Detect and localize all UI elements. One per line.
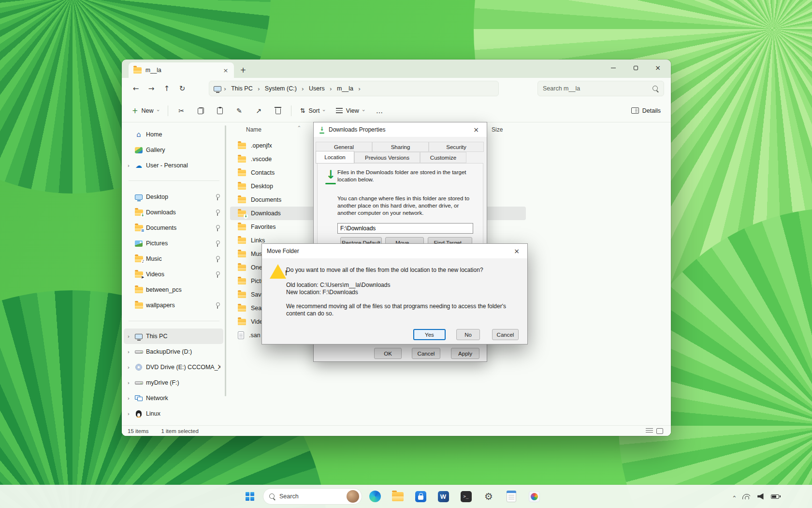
taskbar: Search W >_ ⚙ › bbox=[0, 485, 812, 508]
minimize-button[interactable] bbox=[602, 60, 624, 76]
location-intro-text: Files in the Downloads folder are stored… bbox=[337, 169, 469, 183]
sidebar-item-this-pc[interactable]: › This PC bbox=[124, 329, 223, 344]
share-button[interactable]: ↗ bbox=[250, 103, 267, 119]
breadcrumb-separator-icon[interactable]: › bbox=[357, 85, 362, 92]
sidebar-item-wallpapers[interactable]: wallpapers bbox=[124, 298, 223, 313]
tab-close-icon[interactable]: × bbox=[221, 66, 230, 75]
network-icon[interactable] bbox=[742, 494, 750, 499]
search-highlight-image bbox=[347, 490, 359, 503]
expand-chevron-icon[interactable]: › bbox=[126, 364, 131, 371]
sidebar-item-between-pcs[interactable]: between_pcs bbox=[124, 282, 223, 298]
tab-security[interactable]: Security bbox=[429, 142, 484, 152]
start-button[interactable] bbox=[240, 487, 260, 506]
view-button-label: View bbox=[346, 107, 359, 114]
chevron-down-icon: › bbox=[155, 109, 161, 111]
delete-button[interactable] bbox=[269, 103, 287, 119]
ok-button[interactable]: OK bbox=[374, 348, 402, 359]
breadcrumb-separator-icon[interactable]: › bbox=[223, 85, 227, 92]
location-input[interactable] bbox=[337, 223, 473, 234]
battery-icon[interactable] bbox=[771, 494, 779, 499]
expand-chevron-icon[interactable]: › bbox=[126, 380, 131, 386]
cancel-button[interactable]: Cancel bbox=[492, 329, 519, 340]
details-view-toggle[interactable] bbox=[644, 427, 654, 435]
sort-button[interactable]: ⇅ Sort › bbox=[296, 103, 330, 119]
cut-button[interactable]: ✂ bbox=[173, 103, 190, 119]
folder-icon bbox=[238, 183, 246, 190]
tab-sharing[interactable]: Sharing bbox=[372, 142, 429, 152]
sidebar-item-gallery[interactable]: Gallery bbox=[124, 142, 223, 158]
breadcrumb-separator-icon[interactable]: › bbox=[301, 85, 305, 92]
view-button[interactable]: View › bbox=[332, 103, 369, 119]
expand-chevron-icon[interactable]: › bbox=[126, 411, 131, 417]
breadcrumb-separator-icon[interactable]: › bbox=[329, 85, 333, 92]
expand-chevron-icon[interactable]: › bbox=[126, 349, 131, 355]
tab-previous-versions[interactable]: Previous Versions bbox=[354, 152, 420, 163]
drive-icon bbox=[135, 381, 143, 385]
tab-customize[interactable]: Customize bbox=[420, 152, 466, 163]
column-header-name[interactable]: Name bbox=[246, 126, 261, 133]
no-button[interactable]: No bbox=[456, 329, 480, 340]
breadcrumb-users[interactable]: Users bbox=[306, 84, 328, 93]
dialog-close-button[interactable]: × bbox=[506, 244, 527, 258]
taskbar-word-button[interactable]: W bbox=[434, 487, 453, 506]
taskbar-store-button[interactable] bbox=[411, 487, 430, 506]
sidebar-item-home[interactable]: ⌂ Home bbox=[124, 127, 223, 142]
apply-button[interactable]: Apply bbox=[451, 348, 479, 359]
new-tab-button[interactable]: + bbox=[237, 64, 249, 76]
sidebar-item-downloads[interactable]: ↓ Downloads bbox=[124, 205, 223, 220]
breadcrumb-system-c[interactable]: System (C:) bbox=[262, 84, 300, 93]
large-icons-view-toggle[interactable] bbox=[654, 427, 665, 435]
address-bar[interactable]: › This PC › System (C:) › Users › m__la … bbox=[209, 81, 499, 96]
sidebar-item-mydrive-f[interactable]: › myDrive (F:) bbox=[124, 375, 223, 390]
sidebar-item-documents[interactable]: ≡ Documents bbox=[124, 220, 223, 236]
tab-general[interactable]: General bbox=[316, 142, 372, 152]
back-button[interactable]: ← bbox=[129, 81, 143, 96]
sidebar-item-pictures[interactable]: Pictures bbox=[124, 236, 223, 251]
expand-chevron-icon[interactable]: › bbox=[126, 333, 131, 340]
sidebar-item-desktop[interactable]: Desktop bbox=[124, 189, 223, 205]
sidebar-item-network[interactable]: › Network bbox=[124, 390, 223, 406]
taskbar-terminal-button[interactable]: >_ bbox=[456, 487, 476, 506]
network-icon bbox=[135, 395, 143, 401]
paste-button[interactable] bbox=[211, 103, 229, 119]
taskbar-edge-button[interactable] bbox=[365, 487, 385, 506]
rename-button[interactable]: ✎ bbox=[231, 103, 248, 119]
volume-icon[interactable] bbox=[757, 493, 764, 500]
sidebar-item-user-personal[interactable]: › ☁ User - Personal bbox=[124, 158, 223, 173]
tab-location[interactable]: Location bbox=[316, 151, 354, 164]
taskbar-file-explorer-button[interactable] bbox=[388, 487, 407, 506]
column-header-size[interactable]: Size bbox=[492, 126, 503, 133]
file-icon bbox=[238, 331, 244, 339]
breadcrumb-m-la[interactable]: m__la bbox=[334, 84, 356, 93]
pin-icon bbox=[215, 225, 220, 231]
explorer-search-input[interactable]: Search m__la bbox=[537, 81, 664, 96]
sidebar-item-linux[interactable]: › Linux bbox=[124, 406, 223, 421]
explorer-tab[interactable]: m__la × bbox=[129, 62, 234, 78]
taskbar-photos-button[interactable] bbox=[524, 487, 544, 506]
maximize-button[interactable] bbox=[624, 60, 647, 76]
dialog-close-button[interactable]: × bbox=[465, 123, 487, 137]
more-options-button[interactable]: … bbox=[371, 103, 388, 119]
refresh-button[interactable]: ↻ bbox=[175, 81, 189, 96]
taskbar-search-input[interactable]: Search bbox=[263, 488, 362, 505]
forward-button[interactable]: → bbox=[144, 81, 159, 96]
breadcrumb-this-pc[interactable]: This PC bbox=[228, 84, 255, 93]
sidebar-item-music[interactable]: ♪ Music bbox=[124, 251, 223, 267]
cancel-button[interactable]: Cancel bbox=[412, 348, 440, 359]
taskbar-settings-button[interactable]: ⚙ bbox=[479, 487, 498, 506]
copy-button[interactable] bbox=[192, 103, 209, 119]
edge-icon bbox=[369, 491, 381, 502]
close-button[interactable]: × bbox=[647, 60, 669, 76]
yes-button[interactable]: Yes bbox=[413, 329, 446, 340]
sidebar-item-videos[interactable]: ▶ Videos bbox=[124, 267, 223, 282]
new-button[interactable]: + New › bbox=[128, 103, 163, 119]
sidebar-item-backupdrive-d[interactable]: › BackupDrive (D:) bbox=[124, 344, 223, 359]
taskbar-notepad-button[interactable] bbox=[502, 487, 521, 506]
up-button[interactable]: ↑ bbox=[160, 81, 174, 96]
hidden-icons-chevron[interactable]: › bbox=[730, 495, 738, 497]
details-pane-button[interactable]: Details bbox=[627, 103, 665, 119]
expand-chevron-icon[interactable]: › bbox=[126, 163, 131, 169]
expand-chevron-icon[interactable]: › bbox=[126, 395, 131, 402]
breadcrumb-separator-icon[interactable]: › bbox=[257, 85, 261, 92]
sidebar-item-dvd-drive-e[interactable]: › DVD Drive (E:) CCCOMA_X64F bbox=[124, 359, 223, 375]
